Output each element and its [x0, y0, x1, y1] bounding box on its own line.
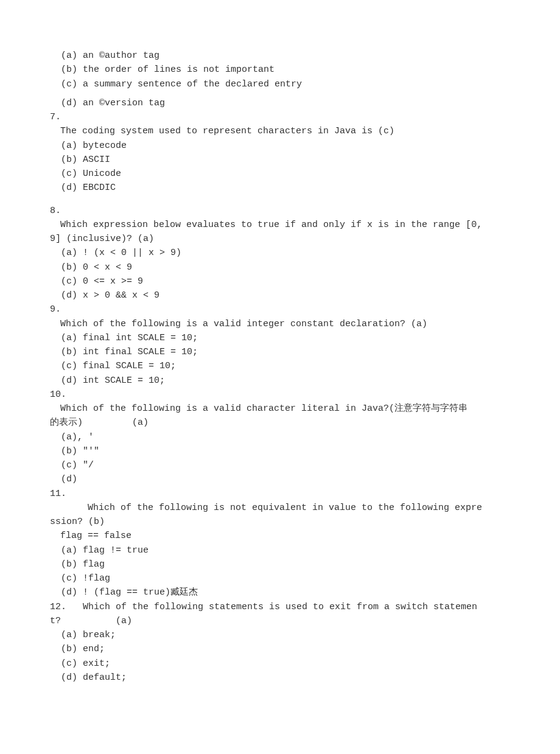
q10-option-b: (b) "'" — [50, 444, 510, 458]
q11-stem-2: ssion? (b) — [50, 515, 510, 529]
q9-stem: Which of the following is a valid intege… — [50, 317, 510, 331]
q7-option-a: (a) bytecode — [50, 139, 510, 153]
q10-option-c: (c) "/ — [50, 458, 510, 472]
q7-option-b: (b) ASCII — [50, 153, 510, 167]
q12-option-a: (a) break; — [50, 628, 510, 642]
q9-number: 9. — [50, 302, 510, 316]
q8-option-d: (d) x > 0 && x < 9 — [50, 288, 510, 302]
q7-stem: The coding system used to represent char… — [50, 124, 510, 138]
q8-number: 8. — [50, 204, 510, 218]
q7-number: 7. — [50, 110, 510, 124]
q9-option-c: (c) final SCALE = 10; — [50, 359, 510, 373]
q12-option-d: (d) default; — [50, 671, 510, 685]
q10-option-d: (d) — [50, 472, 510, 486]
q9-option-b: (b) int final SCALE = 10; — [50, 345, 510, 359]
q8-stem-1: Which expression below evaluates to true… — [50, 218, 510, 232]
q6-option-a: (a) an ©author tag — [50, 49, 510, 63]
q7-option-c: (c) Unicode — [50, 167, 510, 181]
q11-number: 11. — [50, 487, 510, 501]
q9-option-a: (a) final int SCALE = 10; — [50, 331, 510, 345]
q8-option-a: (a) ! (x < 0 || x > 9) — [50, 246, 510, 260]
q8-option-b: (b) 0 < x < 9 — [50, 260, 510, 274]
q12-option-b: (b) end; — [50, 642, 510, 656]
q11-code: flag == false — [50, 529, 510, 543]
q12-stem-2: t? (a) — [50, 614, 510, 628]
q11-stem-1: Which of the following is not equivalent… — [50, 501, 510, 515]
q10-number: 10. — [50, 388, 510, 402]
q6-option-b: (b) the order of lines is not important — [50, 63, 510, 77]
q12-option-c: (c) exit; — [50, 657, 510, 671]
q10-option-a: (a), ' — [50, 430, 510, 444]
q10-stem-1: Which of the following is a valid charac… — [50, 402, 510, 416]
q11-option-d: (d) ! (flag == true)臧廷杰 — [50, 585, 510, 599]
q11-option-a: (a) flag != true — [50, 543, 510, 557]
q8-option-c: (c) 0 <= x >= 9 — [50, 274, 510, 288]
q7-option-d: (d) EBCDIC — [50, 181, 510, 195]
q9-option-d: (d) int SCALE = 10; — [50, 374, 510, 388]
q12-stem-1: 12. Which of the following statements is… — [50, 600, 510, 614]
q6-option-d: (d) an ©version tag — [50, 96, 510, 110]
q11-option-c: (c) !flag — [50, 571, 510, 585]
q11-option-b: (b) flag — [50, 557, 510, 571]
q6-option-c: (c) a summary sentence of the declared e… — [50, 77, 510, 91]
q10-stem-2: 的表示) (a) — [50, 416, 510, 430]
q8-stem-2: 9] (inclusive)? (a) — [50, 232, 510, 246]
